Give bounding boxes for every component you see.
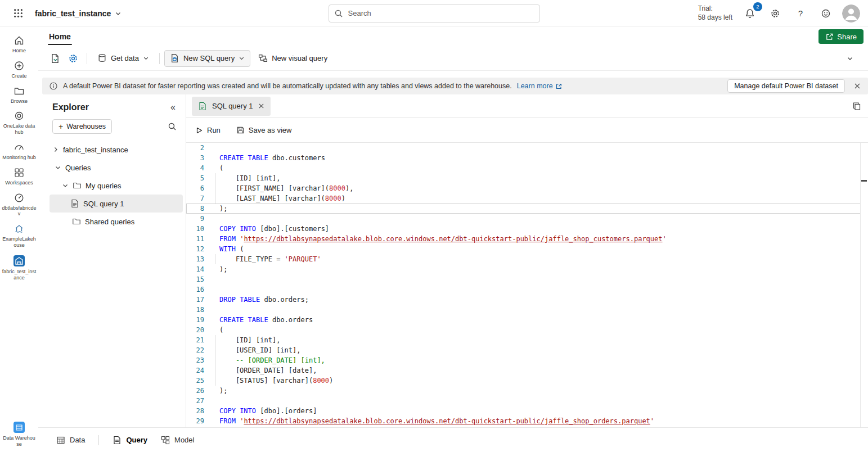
get-data-button[interactable]: Get data bbox=[92, 50, 155, 67]
new-visual-query-button[interactable]: New visual query bbox=[253, 50, 333, 67]
code-line[interactable]: 19CREATE TABLE dbo.orders bbox=[186, 315, 868, 325]
rail-item-workspaces[interactable]: Workspaces bbox=[2, 167, 37, 186]
share-button[interactable]: Share bbox=[818, 29, 863, 44]
ribbon-tabs-row: Home Share bbox=[38, 27, 868, 46]
code-line[interactable]: 22 [USER_ID] [int], bbox=[186, 345, 868, 355]
code-line[interactable]: 6 [FIRST_NAME] [varchar](8000), bbox=[186, 183, 868, 193]
banner-close-button[interactable] bbox=[850, 79, 865, 93]
database-icon bbox=[97, 53, 107, 63]
view-tab-model[interactable]: Model bbox=[161, 436, 194, 445]
tree-item-sql-query-1-selected[interactable]: SQL query 1 bbox=[50, 195, 183, 213]
code-line[interactable]: 29FROM 'https://dbtlabsynapsedatalake.bl… bbox=[186, 416, 868, 426]
explorer-search-icon[interactable] bbox=[168, 122, 177, 131]
code-line[interactable]: 15 bbox=[186, 274, 868, 284]
code-line[interactable]: 26); bbox=[186, 386, 868, 396]
code-line[interactable]: 20( bbox=[186, 325, 868, 335]
data-warehouse-icon bbox=[13, 421, 25, 433]
onelake-icon bbox=[14, 110, 25, 121]
code-line[interactable]: 3CREATE TABLE dbo.customers bbox=[186, 153, 868, 163]
collapse-pane-icon[interactable]: « bbox=[170, 102, 176, 112]
code-line[interactable]: 25 [STATUS] [varchar](8000) bbox=[186, 376, 868, 386]
code-line[interactable]: 24 [ORDER_DATE] [date], bbox=[186, 365, 868, 376]
code-line[interactable]: 7 [LAST_NAME] [varchar](8000) bbox=[186, 193, 868, 204]
line-number: 9 bbox=[186, 214, 204, 224]
rail-item-create[interactable]: Create bbox=[2, 60, 37, 79]
notifications-button[interactable]: 2 bbox=[741, 4, 759, 22]
tree-item-queries[interactable]: Queries bbox=[38, 159, 186, 177]
tree-item-warehouse-root[interactable]: fabric_test_instance bbox=[38, 141, 186, 159]
code-editor[interactable]: 23CREATE TABLE dbo.customers4(5 [ID] [in… bbox=[186, 143, 868, 427]
tab-home-label: Home bbox=[49, 32, 71, 41]
code-line[interactable]: 9 bbox=[186, 214, 868, 224]
rail-item-home[interactable]: Home bbox=[2, 35, 37, 54]
run-label: Run bbox=[207, 126, 221, 134]
code-line[interactable]: 5 [ID] [int], bbox=[186, 173, 868, 183]
sql-query-icon bbox=[70, 199, 79, 208]
info-banner: A default Power BI dataset for faster re… bbox=[42, 78, 868, 94]
collapse-ribbon-button[interactable] bbox=[841, 49, 859, 67]
code-line[interactable]: 4( bbox=[186, 163, 868, 173]
new-warehouse-button[interactable]: + Warehouses bbox=[52, 119, 112, 134]
table-grid-icon bbox=[56, 436, 65, 445]
ribbon-toolbar: Get data New SQL query New visual query bbox=[38, 46, 868, 71]
tab-sql-query-1[interactable]: SQL query 1 bbox=[192, 97, 271, 116]
settings-button[interactable] bbox=[766, 4, 784, 22]
trial-remaining: 58 days left bbox=[698, 13, 732, 22]
toolbar-separator bbox=[159, 53, 160, 64]
help-button[interactable]: ? bbox=[791, 4, 809, 22]
feedback-button[interactable] bbox=[817, 4, 835, 22]
rail-item-onelake-data-hub[interactable]: OneLake data hub bbox=[2, 110, 37, 135]
code-line[interactable]: 12WITH ( bbox=[186, 244, 868, 254]
code-line[interactable]: 17DROP TABLE dbo.orders; bbox=[186, 295, 868, 305]
code-line[interactable]: 2 bbox=[186, 143, 868, 153]
indent-guide bbox=[215, 254, 215, 264]
code-line[interactable]: 13 FILE_TYPE = 'PARQUET' bbox=[186, 254, 868, 264]
tree-item-my-queries[interactable]: My queries bbox=[38, 177, 186, 195]
new-report-button[interactable] bbox=[46, 49, 64, 67]
copy-icon[interactable] bbox=[852, 102, 861, 111]
chevron-down-icon bbox=[115, 10, 122, 17]
view-tab-data[interactable]: Data bbox=[56, 436, 85, 445]
help-icon: ? bbox=[798, 8, 803, 18]
rail-label: ExampleLakehouse bbox=[2, 236, 37, 248]
code-line[interactable]: 11FROM 'https://dbtlabsynapsedatalake.bl… bbox=[186, 234, 868, 244]
manage-default-dataset-button[interactable]: Manage default Power BI dataset bbox=[727, 79, 845, 93]
avatar[interactable] bbox=[842, 4, 860, 22]
search-input[interactable] bbox=[329, 4, 540, 22]
save-as-view-button[interactable]: Save as view bbox=[236, 126, 292, 134]
rail-item-dbtlabsfabricdev[interactable]: dbtlabsfabricdev bbox=[2, 192, 37, 218]
code-line[interactable]: 8); bbox=[186, 204, 868, 214]
gear-icon bbox=[770, 8, 780, 19]
tab-label: SQL query 1 bbox=[212, 102, 253, 110]
code-line[interactable]: 28COPY INTO [dbo].[orders] bbox=[186, 406, 868, 416]
code-line[interactable]: 23 -- [ORDER_DATE] [int], bbox=[186, 355, 868, 365]
learn-more-link[interactable]: Learn more bbox=[517, 82, 563, 90]
rail-item-browse[interactable]: Browse bbox=[2, 85, 37, 105]
tab-home[interactable]: Home bbox=[46, 28, 74, 45]
close-icon bbox=[854, 83, 861, 89]
workspace-switcher[interactable]: fabric_test_instance bbox=[35, 9, 122, 18]
new-sql-query-button[interactable]: New SQL query bbox=[164, 50, 250, 67]
view-tab-query-selected[interactable]: Query bbox=[113, 436, 147, 445]
close-tab-icon[interactable] bbox=[258, 103, 264, 109]
line-number: 26 bbox=[186, 386, 204, 396]
code-line[interactable]: 27 bbox=[186, 396, 868, 406]
rail-item-data-warehouse[interactable]: Data Warehouse bbox=[2, 421, 37, 448]
run-button[interactable]: Run bbox=[195, 126, 221, 134]
tree-item-shared-queries[interactable]: Shared queries bbox=[38, 213, 186, 230]
rail-label: Monitoring hub bbox=[2, 155, 36, 161]
code-line[interactable]: 18 bbox=[186, 305, 868, 315]
share-icon bbox=[825, 33, 834, 41]
workspace-title: fabric_test_instance bbox=[35, 9, 111, 18]
code-line[interactable]: 21 [ID] [int], bbox=[186, 335, 868, 345]
new-sql-query-label: New SQL query bbox=[183, 54, 235, 62]
code-line[interactable]: 10COPY INTO [dbo].[customers] bbox=[186, 224, 868, 234]
code-line[interactable]: 14); bbox=[186, 264, 868, 274]
rail-item-monitoring-hub[interactable]: Monitoring hub bbox=[2, 142, 37, 161]
editor-scrollbar[interactable] bbox=[860, 143, 868, 427]
code-line[interactable]: 16 bbox=[186, 284, 868, 295]
rail-item-examplelakehouse[interactable]: ExampleLakehouse bbox=[2, 223, 37, 248]
waffle-menu-icon[interactable] bbox=[9, 4, 27, 22]
rail-item-fabric-test-instance-selected[interactable]: fabric_test_instance bbox=[2, 255, 37, 281]
warehouse-settings-button[interactable] bbox=[64, 49, 82, 67]
